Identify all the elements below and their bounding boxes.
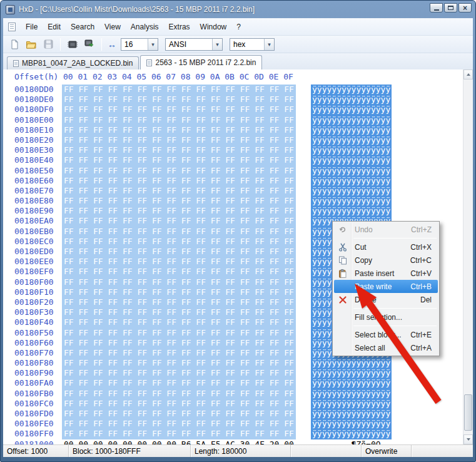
row-ascii[interactable]: ÿÿÿÿÿÿÿÿÿÿÿÿÿÿÿÿ <box>311 105 392 115</box>
row-ascii[interactable]: ÿÿÿÿÿÿÿÿÿÿÿÿÿÿÿÿ <box>311 358 392 368</box>
context-menu-item-select-all[interactable]: Select allCtrl+A <box>334 341 438 354</box>
chevron-down-icon[interactable]: ▾ <box>264 39 274 50</box>
row-bytes[interactable]: FF FF FF FF FF FF FF FF FF FF FF FF FF F… <box>62 419 296 429</box>
menu-item-shortcut: Ctrl+B <box>410 282 438 291</box>
row-bytes[interactable]: FF FF FF FF FF FF FF FF FF FF FF FF FF F… <box>62 95 296 105</box>
row-bytes[interactable]: FF FF FF FF FF FF FF FF FF FF FF FF FF F… <box>62 247 296 257</box>
context-menu-item-fill-selection[interactable]: Fill selection... <box>334 311 438 324</box>
scroll-up-button[interactable] <box>463 69 473 80</box>
vertical-scrollbar[interactable] <box>463 69 473 444</box>
open-file-button[interactable] <box>24 38 39 51</box>
row-ascii[interactable]: ÿÿÿÿÿÿÿÿÿÿÿÿÿÿÿÿ <box>311 155 392 165</box>
row-ascii[interactable]: ........¶Zõ¬0O . <box>311 439 392 444</box>
row-ascii[interactable]: ÿÿÿÿÿÿÿÿÿÿÿÿÿÿÿÿ <box>311 166 392 176</box>
chevron-down-icon[interactable]: ▾ <box>212 39 222 50</box>
menu-edit[interactable]: Edit <box>43 21 66 33</box>
row-offset: 00180F60 <box>14 338 54 348</box>
open-disk-button[interactable] <box>82 38 97 51</box>
row-ascii[interactable]: ÿÿÿÿÿÿÿÿÿÿÿÿÿÿÿÿ <box>311 186 392 196</box>
tab-2563-15-mbp-2011-i7-2-2-bin[interactable]: 2563 - 15 MBP 2011 i7 2.2.bin <box>140 55 262 69</box>
row-bytes[interactable]: FF FF FF FF FF FF FF FF FF FF FF FF FF F… <box>62 155 296 165</box>
row-bytes[interactable]: FF FF FF FF FF FF FF FF FF FF FF FF FF F… <box>62 368 296 378</box>
row-offset: 00180E00 <box>14 115 54 125</box>
context-menu-item-select-block[interactable]: Select block...Ctrl+E <box>334 328 438 341</box>
row-bytes[interactable]: 00 00 00 00 00 00 00 00 B6 5A F5 AC 30 4… <box>62 439 296 444</box>
row-bytes[interactable]: FF FF FF FF FF FF FF FF FF FF FF FF FF F… <box>62 125 296 135</box>
scroll-down-button[interactable] <box>463 434 473 444</box>
row-bytes[interactable]: FF FF FF FF FF FF FF FF FF FF FF FF FF F… <box>62 176 296 186</box>
row-ascii[interactable]: ÿÿÿÿÿÿÿÿÿÿÿÿÿÿÿÿ <box>311 145 392 155</box>
bytes-per-row-select[interactable]: 16 ▾ <box>121 38 158 51</box>
open-memory-button[interactable] <box>65 38 80 51</box>
row-bytes[interactable]: FF FF FF FF FF FF FF FF FF FF FF FF FF F… <box>62 429 296 439</box>
row-bytes[interactable]: FF FF FF FF FF FF FF FF FF FF FF FF FF F… <box>62 166 296 176</box>
status-mode[interactable]: Overwrite <box>362 445 412 457</box>
row-ascii[interactable]: ÿÿÿÿÿÿÿÿÿÿÿÿÿÿÿÿ <box>311 206 392 216</box>
row-bytes[interactable]: FF FF FF FF FF FF FF FF FF FF FF FF FF F… <box>62 227 296 237</box>
row-ascii[interactable]: ÿÿÿÿÿÿÿÿÿÿÿÿÿÿÿÿ <box>311 389 392 399</box>
row-ascii[interactable]: ÿÿÿÿÿÿÿÿÿÿÿÿÿÿÿÿ <box>311 85 392 95</box>
row-ascii[interactable]: ÿÿÿÿÿÿÿÿÿÿÿÿÿÿÿÿ <box>311 115 392 125</box>
menu-analysis[interactable]: Analysis <box>126 21 164 33</box>
menu-help[interactable]: ? <box>231 21 246 33</box>
row-ascii[interactable]: ÿÿÿÿÿÿÿÿÿÿÿÿÿÿÿÿ <box>311 378 392 388</box>
menu-window[interactable]: Window <box>195 21 232 33</box>
row-bytes[interactable]: FF FF FF FF FF FF FF FF FF FF FF FF FF F… <box>62 216 296 226</box>
offset-base-select[interactable]: hex ▾ <box>230 38 275 51</box>
new-document-button[interactable] <box>7 38 22 51</box>
row-ascii[interactable]: ÿÿÿÿÿÿÿÿÿÿÿÿÿÿÿÿ <box>311 429 392 439</box>
row-bytes[interactable]: FF FF FF FF FF FF FF FF FF FF FF FF FF F… <box>62 135 296 145</box>
row-offset: 00180E50 <box>14 166 54 176</box>
row-bytes[interactable]: FF FF FF FF FF FF FF FF FF FF FF FF FF F… <box>62 378 296 388</box>
menu-search[interactable]: Search <box>66 21 99 33</box>
row-bytes[interactable]: FF FF FF FF FF FF FF FF FF FF FF FF FF F… <box>62 409 296 419</box>
row-bytes[interactable]: FF FF FF FF FF FF FF FF FF FF FF FF FF F… <box>62 105 296 115</box>
context-menu-item-paste-write[interactable]: Paste writeCtrl+B <box>334 280 438 293</box>
minimize-button[interactable] <box>430 3 443 13</box>
row-bytes[interactable]: FF FF FF FF FF FF FF FF FF FF FF FF FF F… <box>62 196 296 206</box>
row-bytes[interactable]: FF FF FF FF FF FF FF FF FF FF FF FF FF F… <box>62 145 296 155</box>
row-ascii[interactable]: ÿÿÿÿÿÿÿÿÿÿÿÿÿÿÿÿ <box>311 176 392 186</box>
row-bytes[interactable]: FF FF FF FF FF FF FF FF FF FF FF FF FF F… <box>62 206 296 216</box>
row-bytes[interactable]: FF FF FF FF FF FF FF FF FF FF FF FF FF F… <box>62 389 296 399</box>
maximize-button[interactable] <box>444 3 457 13</box>
tab-mbp81-0047-2ab-locked-bin[interactable]: MBP81_0047_2AB_LOCKED.bin <box>7 56 139 69</box>
row-ascii[interactable]: ÿÿÿÿÿÿÿÿÿÿÿÿÿÿÿÿ <box>311 125 392 135</box>
row-bytes[interactable]: FF FF FF FF FF FF FF FF FF FF FF FF FF F… <box>62 328 296 338</box>
row-bytes[interactable]: FF FF FF FF FF FF FF FF FF FF FF FF FF F… <box>62 338 296 348</box>
row-bytes[interactable]: FF FF FF FF FF FF FF FF FF FF FF FF FF F… <box>62 257 296 267</box>
close-button[interactable]: × <box>458 3 472 13</box>
row-bytes[interactable]: FF FF FF FF FF FF FF FF FF FF FF FF FF F… <box>62 317 296 327</box>
context-menu-item-delete[interactable]: DeleteDel <box>334 293 438 306</box>
row-bytes[interactable]: FF FF FF FF FF FF FF FF FF FF FF FF FF F… <box>62 297 296 307</box>
row-ascii[interactable]: ÿÿÿÿÿÿÿÿÿÿÿÿÿÿÿÿ <box>311 399 392 409</box>
row-ascii[interactable]: ÿÿÿÿÿÿÿÿÿÿÿÿÿÿÿÿ <box>311 135 392 145</box>
row-bytes[interactable]: FF FF FF FF FF FF FF FF FF FF FF FF FF F… <box>62 85 296 95</box>
row-bytes[interactable]: FF FF FF FF FF FF FF FF FF FF FF FF FF F… <box>62 307 296 317</box>
row-bytes[interactable]: FF FF FF FF FF FF FF FF FF FF FF FF FF F… <box>62 186 296 196</box>
menu-extras[interactable]: Extras <box>164 21 195 33</box>
row-ascii[interactable]: ÿÿÿÿÿÿÿÿÿÿÿÿÿÿÿÿ <box>311 196 392 206</box>
row-ascii[interactable]: ÿÿÿÿÿÿÿÿÿÿÿÿÿÿÿÿ <box>311 95 392 105</box>
row-ascii[interactable]: ÿÿÿÿÿÿÿÿÿÿÿÿÿÿÿÿ <box>311 368 392 378</box>
chevron-down-icon[interactable]: ▾ <box>148 39 158 50</box>
row-ascii[interactable]: ÿÿÿÿÿÿÿÿÿÿÿÿÿÿÿÿ <box>311 419 392 429</box>
row-bytes[interactable]: FF FF FF FF FF FF FF FF FF FF FF FF FF F… <box>62 399 296 409</box>
context-menu-item-paste-insert[interactable]: Paste insertCtrl+V <box>334 267 438 280</box>
row-ascii[interactable]: ÿÿÿÿÿÿÿÿÿÿÿÿÿÿÿÿ <box>311 409 392 419</box>
context-menu-item-cut[interactable]: CutCtrl+X <box>334 240 438 254</box>
menu-file[interactable]: File <box>21 21 43 33</box>
menu-view[interactable]: View <box>99 21 126 33</box>
row-bytes[interactable]: FF FF FF FF FF FF FF FF FF FF FF FF FF F… <box>62 348 296 358</box>
row-bytes[interactable]: FF FF FF FF FF FF FF FF FF FF FF FF FF F… <box>62 277 296 287</box>
row-bytes[interactable]: FF FF FF FF FF FF FF FF FF FF FF FF FF F… <box>62 267 296 277</box>
row-bytes[interactable]: FF FF FF FF FF FF FF FF FF FF FF FF FF F… <box>62 358 296 368</box>
context-menu-item-copy[interactable]: CopyCtrl+C <box>334 254 438 267</box>
row-bytes[interactable]: FF FF FF FF FF FF FF FF FF FF FF FF FF F… <box>62 287 296 297</box>
menu-item-label: Copy <box>351 256 410 265</box>
row-bytes[interactable]: FF FF FF FF FF FF FF FF FF FF FF FF FF F… <box>62 237 296 247</box>
encoding-select[interactable]: ANSI ▾ <box>165 38 223 51</box>
scrollbar-thumb[interactable] <box>464 394 472 431</box>
row-bytes[interactable]: FF FF FF FF FF FF FF FF FF FF FF FF FF F… <box>62 115 296 125</box>
save-button[interactable] <box>41 38 56 51</box>
